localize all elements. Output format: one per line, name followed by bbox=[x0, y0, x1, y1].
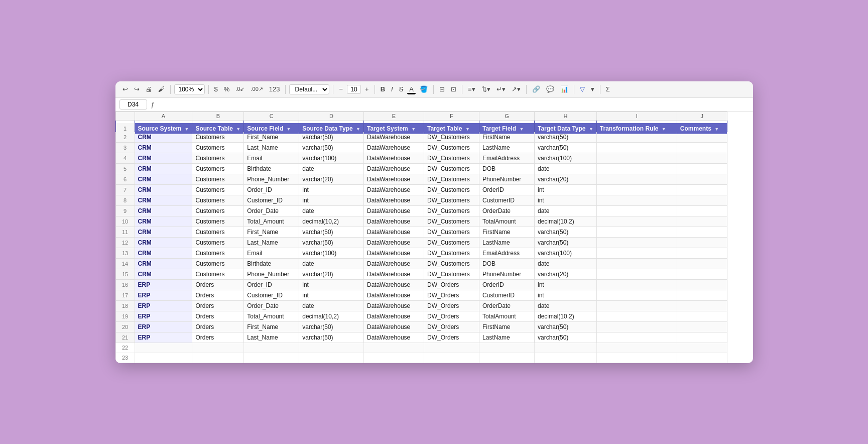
cell-11-c[interactable]: First_Name bbox=[244, 227, 299, 237]
cell-12-e[interactable]: DataWarehouse bbox=[363, 237, 424, 248]
cell-3-e[interactable]: DataWarehouse bbox=[363, 142, 424, 153]
cell-20-c[interactable]: First_Name bbox=[244, 321, 299, 332]
decimal-dec-button[interactable]: .0↙ bbox=[233, 85, 246, 93]
percent-button[interactable]: % bbox=[222, 84, 232, 94]
cell-11-a[interactable]: CRM bbox=[135, 227, 192, 237]
filter-button[interactable]: ▽ bbox=[578, 84, 587, 94]
filter-icon-f[interactable]: ▼ bbox=[465, 126, 470, 131]
cell-7-g[interactable]: OrderID bbox=[479, 184, 534, 195]
cell-12-c[interactable]: Last_Name bbox=[244, 237, 299, 248]
cell-16-h[interactable]: int bbox=[534, 279, 596, 290]
cell-9-h[interactable]: date bbox=[534, 205, 596, 216]
filter-icon-a[interactable]: ▼ bbox=[185, 126, 189, 131]
cell-22-b[interactable] bbox=[192, 343, 244, 353]
header-source-system[interactable]: Source System ▼ bbox=[135, 123, 192, 134]
cell-17-a[interactable]: ERP bbox=[135, 290, 192, 300]
cell-16-a[interactable]: ERP bbox=[135, 279, 192, 290]
cell-14-g[interactable]: DOB bbox=[479, 258, 534, 269]
col-header-i[interactable]: I bbox=[596, 112, 677, 120]
cell-14-h[interactable]: date bbox=[534, 258, 596, 269]
cell-22-f[interactable] bbox=[424, 343, 479, 353]
cell-23-b[interactable] bbox=[192, 353, 244, 363]
cell-20-f[interactable]: DW_Orders bbox=[424, 321, 479, 332]
cell-6-a[interactable]: CRM bbox=[135, 174, 192, 184]
cell-3-f[interactable]: DW_Customers bbox=[424, 142, 479, 153]
cell-6-c[interactable]: Phone_Number bbox=[244, 174, 299, 184]
cell-7-c[interactable]: Order_ID bbox=[244, 184, 299, 195]
cell-6-f[interactable]: DW_Customers bbox=[424, 174, 479, 184]
cell-22-g[interactable] bbox=[479, 343, 534, 353]
cell-17-e[interactable]: DataWarehouse bbox=[363, 290, 424, 300]
cell-10-a[interactable]: CRM bbox=[135, 216, 192, 227]
cell-4-c[interactable]: Email bbox=[244, 153, 299, 163]
cell-23-g[interactable] bbox=[479, 353, 534, 363]
cell-12-b[interactable]: Customers bbox=[192, 237, 244, 248]
cell-15-e[interactable]: DataWarehouse bbox=[363, 269, 424, 279]
wrap-button[interactable]: ↵▾ bbox=[494, 84, 508, 94]
cell-13-a[interactable]: CRM bbox=[135, 248, 192, 258]
cell-21-f[interactable]: DW_Orders bbox=[424, 332, 479, 343]
align-v-button[interactable]: ⇅▾ bbox=[479, 84, 492, 94]
cell-9-d[interactable]: date bbox=[299, 205, 364, 216]
filter-icon-b[interactable]: ▼ bbox=[236, 126, 240, 131]
filter-icon-c[interactable]: ▼ bbox=[287, 126, 291, 131]
cell-12-a[interactable]: CRM bbox=[135, 237, 192, 248]
filter-icon-h[interactable]: ▼ bbox=[589, 126, 593, 131]
cell-4-a[interactable]: CRM bbox=[135, 153, 192, 163]
cell-21-b[interactable]: Orders bbox=[192, 332, 244, 343]
print-button[interactable]: 🖨 bbox=[144, 84, 154, 94]
cell-19-e[interactable]: DataWarehouse bbox=[363, 311, 424, 321]
cell-5-j[interactable] bbox=[677, 163, 727, 174]
cell-8-i[interactable] bbox=[596, 195, 677, 205]
cell-8-c[interactable]: Customer_ID bbox=[244, 195, 299, 205]
col-header-e[interactable]: E bbox=[363, 112, 424, 120]
cell-6-d[interactable]: varchar(20) bbox=[299, 174, 364, 184]
cell-15-i[interactable] bbox=[596, 269, 677, 279]
cell-22-h[interactable] bbox=[534, 343, 596, 353]
cell-16-j[interactable] bbox=[677, 279, 727, 290]
cell-23-f[interactable] bbox=[424, 353, 479, 363]
cell-4-e[interactable]: DataWarehouse bbox=[363, 153, 424, 163]
formula-input[interactable] bbox=[159, 100, 749, 108]
cell-18-j[interactable] bbox=[677, 300, 727, 311]
cell-18-e[interactable]: DataWarehouse bbox=[363, 300, 424, 311]
fill-color-button[interactable]: 🪣 bbox=[418, 84, 430, 94]
cell-12-j[interactable] bbox=[677, 237, 727, 248]
cell-13-e[interactable]: DataWarehouse bbox=[363, 248, 424, 258]
cell-8-j[interactable] bbox=[677, 195, 727, 205]
cell-9-a[interactable]: CRM bbox=[135, 205, 192, 216]
cell-14-e[interactable]: DataWarehouse bbox=[363, 258, 424, 269]
cell-4-j[interactable] bbox=[677, 153, 727, 163]
cell-7-i[interactable] bbox=[596, 184, 677, 195]
cell-7-j[interactable] bbox=[677, 184, 727, 195]
cell-22-j[interactable] bbox=[677, 343, 727, 353]
cell-4-d[interactable]: varchar(100) bbox=[299, 153, 364, 163]
cell-7-b[interactable]: Customers bbox=[192, 184, 244, 195]
cell-18-g[interactable]: OrderDate bbox=[479, 300, 534, 311]
cell-11-f[interactable]: DW_Customers bbox=[424, 227, 479, 237]
cell-19-j[interactable] bbox=[677, 311, 727, 321]
cell-5-b[interactable]: Customers bbox=[192, 163, 244, 174]
cell-14-c[interactable]: Birthdate bbox=[244, 258, 299, 269]
cell-21-c[interactable]: Last_Name bbox=[244, 332, 299, 343]
cell-9-f[interactable]: DW_Customers bbox=[424, 205, 479, 216]
cell-20-h[interactable]: varchar(50) bbox=[534, 321, 596, 332]
cell-10-f[interactable]: DW_Customers bbox=[424, 216, 479, 227]
cell-13-d[interactable]: varchar(100) bbox=[299, 248, 364, 258]
cell-18-h[interactable]: date bbox=[534, 300, 596, 311]
cell-3-a[interactable]: CRM bbox=[135, 142, 192, 153]
col-header-d[interactable]: D bbox=[299, 112, 364, 120]
cell-16-e[interactable]: DataWarehouse bbox=[363, 279, 424, 290]
cell-15-a[interactable]: CRM bbox=[135, 269, 192, 279]
cell-11-g[interactable]: FirstName bbox=[479, 227, 534, 237]
cell-14-f[interactable]: DW_Customers bbox=[424, 258, 479, 269]
header-target-system[interactable]: Target System ▼ bbox=[363, 123, 424, 134]
cell-5-g[interactable]: DOB bbox=[479, 163, 534, 174]
cell-3-h[interactable]: varchar(50) bbox=[534, 142, 596, 153]
cell-13-i[interactable] bbox=[596, 248, 677, 258]
cell-15-j[interactable] bbox=[677, 269, 727, 279]
cell-19-d[interactable]: decimal(10,2) bbox=[299, 311, 364, 321]
cell-3-c[interactable]: Last_Name bbox=[244, 142, 299, 153]
filter-icon-j[interactable]: ▼ bbox=[714, 126, 719, 131]
cell-10-d[interactable]: decimal(10,2) bbox=[299, 216, 364, 227]
